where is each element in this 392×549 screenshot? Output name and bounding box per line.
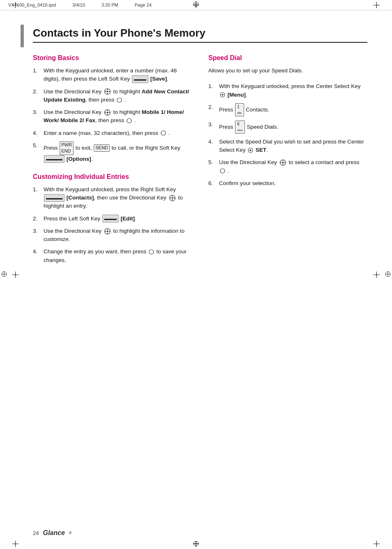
svg-marker-29 [172,199,173,201]
list-item: 5. Use the Directional Key [208,158,367,175]
center-select-icon [161,130,166,136]
svg-marker-30 [170,197,171,199]
svg-marker-45 [282,160,284,161]
crop-mark [376,541,377,547]
list-item: 4. Select the Speed Dial you wish to set… [208,138,367,155]
key-1-icon: 1abc [235,103,244,116]
svg-marker-20 [107,110,108,111]
svg-marker-14 [107,93,108,94]
svg-point-50 [220,169,225,173]
list-item: 2. Press the Left Soft Key ▬▬▬ [Edit]. [33,215,192,223]
page-number-header: Page 24 [135,2,152,7]
center-select-icon [149,249,154,255]
two-column-layout: Storing Basics 1. With the Keyguard unlo… [33,54,367,274]
speed-dial-intro: Allows you to set up your Speed Dials. [208,67,367,75]
svg-point-43 [250,149,251,151]
storing-basics-heading: Storing Basics [33,54,192,62]
storing-basics-section: Storing Basics 1. With the Keyguard unlo… [33,54,192,163]
center-select-icon [248,148,253,153]
left-soft-key-icon: ▬▬▬ [102,215,119,222]
svg-marker-34 [107,229,108,230]
key-6-icon: 6mno [235,120,245,134]
page-title: Contacts in Your Phone's Memory [33,27,367,43]
send-key-icon: SEND [94,144,110,151]
list-item: 5. Press PWREND to exit, SEND to call, o… [33,141,192,163]
svg-marker-21 [107,114,108,115]
svg-marker-48 [284,162,286,163]
list-item: 6. Confirm your selection. [208,179,367,188]
list-item: 1. With the Keyguard unlocked, enter a n… [33,67,192,83]
directional-key-icon [169,195,176,202]
list-item: 1. With the Keyguard unlocked, press the… [33,185,192,211]
speed-dial-heading: Speed Dial [208,54,367,62]
crop-mark [376,2,377,8]
svg-point-41 [222,94,224,96]
left-accent-bar [21,25,24,47]
svg-point-25 [127,118,131,123]
date: 3/4/10 [72,2,85,7]
directional-key-icon [279,159,286,166]
reg-mark-right [385,271,391,277]
speed-dial-list: 1. With the Keyguard unlocked, press the… [208,82,367,188]
footer: 24 Glance ® [33,529,71,537]
crop-mark [15,541,16,547]
left-column: Storing Basics 1. With the Keyguard unlo… [33,54,192,274]
storing-basics-list: 1. With the Keyguard unlocked, enter a n… [33,67,192,163]
svg-point-32 [171,197,173,199]
svg-point-39 [149,250,154,254]
right-soft-key-icon: ▬▬▬▬ [44,194,65,202]
svg-point-24 [106,111,108,113]
customizing-section: Customizing Individual Entries 1. With t… [33,173,192,264]
list-item: 3. Use the Directional Key [33,227,192,244]
svg-marker-36 [105,231,106,232]
svg-marker-15 [105,91,106,92]
list-item: 4. Change the entry as you want, then pr… [33,248,192,264]
svg-marker-16 [109,91,110,92]
right-soft-key-icon: ▬▬▬▬ [44,155,65,163]
list-item: 4. Enter a name (max. 32 characters), th… [33,129,192,137]
page-number-footer: 24 [33,530,39,536]
svg-marker-13 [107,89,108,90]
end-key-icon: PWREND [60,141,74,155]
reg-mark-bottom [193,540,199,547]
directional-key-icon [104,88,111,95]
svg-point-18 [117,98,122,102]
page-container: VX7100_Eng_0410.qxd 3/4/10 3:20 PM Page … [0,0,392,549]
list-item: 3. Use the Directional Key [33,108,192,125]
main-content: Contacts in Your Phone's Memory Storing … [0,10,392,291]
speed-dial-section: Speed Dial Allows you to set up your Spe… [208,54,367,188]
customizing-heading: Customizing Individual Entries [33,173,192,181]
svg-point-38 [106,230,108,232]
crop-mark [15,271,16,278]
reg-mark-left [1,271,7,277]
list-item: 3. Press 6mno Speed Dials. [208,120,367,134]
customizing-list: 1. With the Keyguard unlocked, press the… [33,185,192,264]
svg-marker-47 [280,162,281,163]
list-item: 2. Press 1abc Contacts. [208,103,367,116]
svg-marker-23 [109,112,110,113]
crop-mark [15,2,16,8]
svg-marker-46 [282,164,284,165]
directional-key-icon [104,109,111,116]
list-item: 1. With the Keyguard unlocked, press the… [208,82,367,99]
list-item: 2. Use the Directional Key [33,88,192,104]
svg-point-17 [106,91,108,93]
crop-mark [376,271,377,278]
svg-point-26 [161,131,166,135]
svg-marker-22 [105,112,106,113]
center-select-icon [117,97,122,103]
svg-marker-28 [172,195,173,197]
center-select-icon [127,118,132,123]
time: 3:20 PM [101,2,118,7]
svg-point-49 [282,162,284,164]
left-soft-key-icon: ▬▬▬ [132,75,148,83]
center-select-icon [220,168,225,174]
brand-name: Glance [43,529,65,537]
svg-marker-37 [109,231,110,232]
svg-marker-35 [107,233,108,234]
directional-key-icon [104,228,111,235]
right-column: Speed Dial Allows you to set up your Spe… [208,54,367,274]
svg-marker-31 [174,197,175,199]
reg-mark-top [193,1,199,7]
center-select-icon [220,92,225,97]
